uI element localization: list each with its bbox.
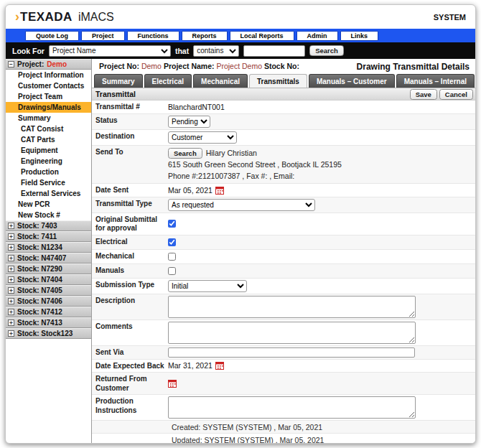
expand-icon[interactable]: + <box>8 266 14 272</box>
expand-icon[interactable]: + <box>8 255 14 261</box>
manuals-label: Manuals <box>92 264 168 278</box>
expand-icon[interactable]: + <box>8 276 14 283</box>
manuals-checkbox[interactable] <box>168 267 176 275</box>
sidebar-stock-n7290[interactable]: +Stock: N7290 <box>6 263 91 274</box>
send-to-contact: Phone #:2121007387 , Fax #: , Email: <box>168 171 294 182</box>
calendar-icon[interactable] <box>215 186 224 195</box>
sidebar-stock-n47407[interactable]: +Stock: N47407 <box>6 253 91 263</box>
detail-tabs: Summary Electrical Mechanical Transmitta… <box>92 73 475 88</box>
sent-via-input[interactable] <box>168 347 415 358</box>
sidebar-item-external-services[interactable]: External Services <box>6 188 91 199</box>
nav-project[interactable]: Project <box>81 31 125 41</box>
lookup-query-input[interactable] <box>243 45 305 57</box>
electrical-checkbox[interactable] <box>168 238 176 246</box>
expand-icon[interactable]: + <box>8 244 14 251</box>
send-to-address: 615 South Green Second Street , Bootjack… <box>168 159 342 170</box>
comments-label: Comments <box>92 320 168 345</box>
stock-label: Stock: N7405 <box>17 286 62 294</box>
save-button[interactable]: Save <box>410 89 437 100</box>
sidebar-stock-stock123[interactable]: +Stock: Stock123 <box>6 328 91 339</box>
sidebar-stock-n7405[interactable]: +Stock: N7405 <box>6 285 91 296</box>
sidebar-item-drawings-manuals[interactable]: Drawings/Manuals <box>6 102 91 113</box>
production-instructions-textarea[interactable] <box>168 396 416 419</box>
send-to-search-button[interactable]: Search <box>168 148 202 159</box>
electrical-label: Electrical <box>92 235 168 249</box>
sidebar-item-new-pcr[interactable]: New PCR <box>6 199 91 210</box>
sidebar-item-cat-parts[interactable]: CAT Parts <box>6 134 91 145</box>
sidebar-item-engineering[interactable]: Engineering <box>6 156 91 167</box>
collapse-icon[interactable]: − <box>8 61 14 67</box>
send-to-label: Send To <box>92 146 168 184</box>
date-expected-back-label: Date Expected Back <box>92 360 168 373</box>
sidebar-item-field-service[interactable]: Field Service <box>6 177 91 188</box>
sidebar-stock-n1234[interactable]: +Stock: N1234 <box>6 242 91 253</box>
updated-info: Updated: SYSTEM (SYSTEM) , Mar 05, 2021 <box>92 434 324 444</box>
expand-icon[interactable]: + <box>8 309 14 315</box>
expand-icon[interactable]: + <box>8 233 14 240</box>
tab-manuals-customer[interactable]: Manuals – Customer <box>309 74 395 88</box>
sidebar-stock-n7413[interactable]: +Stock: N7413 <box>6 317 91 328</box>
sent-via-label: Sent Via <box>92 346 168 359</box>
nav-reports[interactable]: Reports <box>182 31 228 41</box>
date-sent-label: Date Sent <box>92 184 168 197</box>
sidebar-item-new-stock[interactable]: New Stock # <box>6 210 91 220</box>
transmittal-type-select[interactable]: As requested <box>168 199 315 211</box>
sidebar-item-equipment[interactable]: Equipment <box>6 145 91 156</box>
sidebar-item-customer-contacts[interactable]: Customer Contacts <box>6 80 91 91</box>
stock-label: Stock: N7406 <box>17 297 62 305</box>
sidebar-stock-n7412[interactable]: +Stock: N7412 <box>6 307 91 317</box>
project-header-label: Project: <box>17 60 44 68</box>
status-label: Status <box>92 114 168 129</box>
description-textarea[interactable] <box>168 296 416 318</box>
tab-electrical[interactable]: Electrical <box>144 74 192 88</box>
operator-select[interactable]: contains <box>193 45 239 57</box>
nav-functions[interactable]: Functions <box>127 31 179 41</box>
destination-select[interactable]: Customer <box>168 131 237 144</box>
section-title: Transmittal <box>95 90 136 98</box>
cancel-button[interactable]: Cancel <box>439 89 473 100</box>
sidebar-stock-n7404[interactable]: +Stock: N7404 <box>6 274 91 285</box>
tab-transmittals[interactable]: Transmittals <box>249 74 307 88</box>
sidebar-stock-n7406[interactable]: +Stock: N7406 <box>6 296 91 307</box>
nav-admin[interactable]: Admin <box>296 31 338 41</box>
tab-summary[interactable]: Summary <box>94 74 143 88</box>
mechanical-label: Mechanical <box>92 250 168 263</box>
sidebar-stock-7403[interactable]: +Stock: 7403 <box>6 220 91 231</box>
tab-mechanical[interactable]: Mechanical <box>193 74 248 88</box>
sidebar-item-project-information[interactable]: Project Information <box>6 70 91 80</box>
calendar-icon[interactable] <box>168 379 177 388</box>
app-window: › TEXADA iMACS SYSTEM Quote Log Project … <box>5 4 476 444</box>
calendar-icon[interactable] <box>215 361 224 370</box>
submission-type-select[interactable]: Initial <box>168 280 247 292</box>
status-select[interactable]: Pending <box>168 116 210 128</box>
original-submittal-checkbox[interactable] <box>168 220 176 228</box>
expand-icon[interactable]: + <box>8 287 14 294</box>
expand-icon[interactable]: + <box>8 298 14 304</box>
comments-textarea[interactable] <box>168 322 416 344</box>
logo-texada-text: TEXADA <box>20 10 73 24</box>
look-for-field-select[interactable]: Project Name <box>49 45 171 57</box>
sidebar-stock-7411[interactable]: +Stock: 7411 <box>6 231 91 242</box>
nav-quote-log[interactable]: Quote Log <box>25 31 79 41</box>
description-label: Description <box>92 294 168 319</box>
stock-label: Stock: N7404 <box>17 276 62 284</box>
sidebar-item-cat-consist[interactable]: CAT Consist <box>6 123 91 134</box>
nav-local-reports[interactable]: Local Reports <box>230 31 294 41</box>
expand-icon[interactable]: + <box>8 330 14 337</box>
tab-manuals-internal[interactable]: Manuals – Internal <box>396 74 475 88</box>
expand-icon[interactable]: + <box>8 319 14 326</box>
lookup-search-button[interactable]: Search <box>309 45 344 56</box>
sidebar-project-header[interactable]: − Project: Demo <box>6 59 91 70</box>
stock-label: Stock: N7412 <box>17 308 62 316</box>
expand-icon[interactable]: + <box>8 223 14 229</box>
mechanical-checkbox[interactable] <box>168 253 176 261</box>
sidebar-item-production[interactable]: Production <box>6 167 91 177</box>
nav-links[interactable]: Links <box>340 31 379 41</box>
sidebar-item-summary[interactable]: Summary <box>6 113 91 123</box>
original-submittal-label: Original Submittal for approval <box>92 213 168 235</box>
sidebar-item-project-team[interactable]: Project Team <box>6 91 91 102</box>
lookup-bar: Look For Project Name that contains Sear… <box>6 42 475 59</box>
returned-from-customer-label: Returned From Customer <box>92 373 168 394</box>
destination-label: Destination <box>92 130 168 145</box>
stock-label: Stock: N7290 <box>17 265 62 273</box>
